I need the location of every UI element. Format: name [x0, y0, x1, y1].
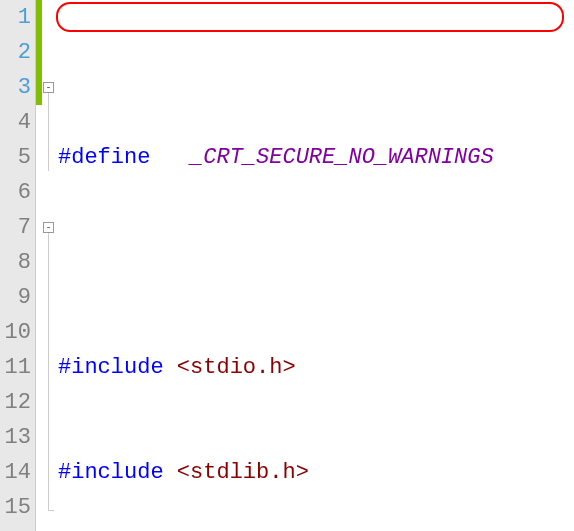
code-area[interactable]: #define _CRT_SECURE_NO_WARNINGS #include… [56, 0, 574, 531]
line-number: 15 [0, 490, 31, 525]
fold-toggle-icon[interactable]: - [43, 222, 54, 233]
line-number: 5 [0, 140, 31, 175]
header: <stdlib.h> [177, 460, 309, 485]
code-line: #include <stdlib.h> [58, 455, 574, 490]
macro-name: _CRT_SECURE_NO_WARNINGS [190, 145, 494, 170]
line-number: 2 [0, 35, 31, 70]
fold-end-icon [48, 505, 54, 511]
line-number: 1 [0, 0, 31, 35]
line-number: 7 [0, 210, 31, 245]
line-number: 8 [0, 245, 31, 280]
line-number: 14 [0, 455, 31, 490]
fold-gutter: - - [42, 0, 56, 531]
line-number: 12 [0, 385, 31, 420]
keyword-include: #include [58, 460, 164, 485]
header: <stdio.h> [177, 355, 296, 380]
highlight-annotation [56, 2, 564, 32]
keyword-define: #define [58, 145, 150, 170]
line-number: 11 [0, 350, 31, 385]
fold-line [48, 233, 49, 505]
line-number: 13 [0, 420, 31, 455]
line-number: 4 [0, 105, 31, 140]
code-line: #include <stdio.h> [58, 350, 574, 385]
code-line [58, 245, 574, 280]
line-number-gutter: 1 2 3 4 5 6 7 8 9 10 11 12 13 14 15 [0, 0, 36, 531]
line-number: 10 [0, 315, 31, 350]
line-number: 6 [0, 175, 31, 210]
line-number: 3 [0, 70, 31, 105]
fold-toggle-icon[interactable]: - [43, 82, 54, 93]
fold-line [48, 93, 49, 171]
line-number: 9 [0, 280, 31, 315]
code-line: #define _CRT_SECURE_NO_WARNINGS [58, 140, 574, 175]
code-editor: 1 2 3 4 5 6 7 8 9 10 11 12 13 14 15 - - … [0, 0, 574, 531]
keyword-include: #include [58, 355, 164, 380]
